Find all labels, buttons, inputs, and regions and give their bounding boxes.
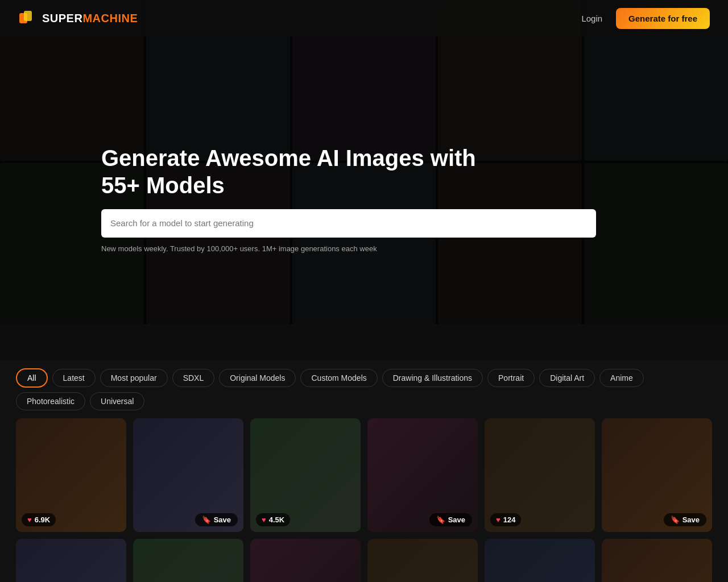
likes-count: 124: [503, 516, 516, 524]
card-likes-3: ♥ 4.5K: [256, 513, 290, 526]
likes-count: 4.5K: [269, 516, 284, 524]
card-inner-3: ♥ 4.5K: [250, 418, 361, 532]
card-bg-11: [485, 539, 595, 582]
card-save-btn-6[interactable]: 🔖 Save: [664, 513, 706, 526]
filter-btn-universal[interactable]: Universal: [90, 392, 144, 410]
likes-count: 6.9K: [35, 516, 50, 524]
model-card-3[interactable]: ♥ 4.5K: [250, 418, 361, 532]
card-inner-6: 🔖 Save: [602, 418, 712, 532]
heart-icon: ♥: [262, 516, 266, 524]
card-bg-7: [16, 539, 126, 582]
card-likes-5: ♥ 124: [490, 513, 521, 526]
card-inner-4: 🔖 Save: [367, 418, 478, 532]
header-actions: Login Generate for free: [581, 8, 710, 29]
header: SUPERMACHINE Login Generate for free: [0, 0, 728, 36]
bookmark-icon: 🔖: [202, 516, 211, 524]
models-section: ♥ 6.9K 🔖 Save: [0, 418, 728, 582]
logo-icon: [18, 9, 38, 28]
filter-btn-photorealistic[interactable]: Photorealistic: [16, 392, 85, 410]
bookmark-icon: 🔖: [671, 516, 680, 524]
filter-btn-portrait[interactable]: Portrait: [487, 369, 535, 387]
logo[interactable]: SUPERMACHINE: [18, 9, 138, 28]
card-bg-8: [133, 539, 243, 582]
bookmark-icon: 🔖: [436, 516, 445, 524]
filter-section: AllLatestMost popularSDXLOriginal Models…: [0, 360, 728, 418]
filter-btn-all[interactable]: All: [16, 368, 48, 388]
card-inner-12: 🔖 Save: [602, 539, 712, 582]
card-bg-9: [250, 539, 361, 582]
card-save-btn-2[interactable]: 🔖 Save: [195, 513, 238, 526]
card-inner-2: 🔖 Save: [133, 418, 243, 532]
filter-btn-custom-models[interactable]: Custom Models: [300, 369, 377, 387]
card-inner-11: 🔖 Save: [485, 539, 595, 582]
card-inner-10: 🔖 Save: [367, 539, 478, 582]
heart-icon: ♥: [27, 516, 32, 524]
filter-btn-digital-art[interactable]: Digital Art: [539, 369, 595, 387]
card-inner-5: ♥ 124: [485, 418, 595, 532]
filter-btn-anime[interactable]: Anime: [599, 369, 644, 387]
filter-btn-sdxl[interactable]: SDXL: [172, 369, 215, 387]
main-content: Generate Awesome AI Images with 55+ Mode…: [0, 0, 728, 582]
login-button[interactable]: Login: [581, 14, 602, 23]
save-label: Save: [682, 516, 700, 524]
card-inner-9: 🔖 Save: [250, 539, 361, 582]
model-card-4[interactable]: 🔖 Save: [367, 418, 478, 532]
model-card-10[interactable]: 🔖 Save: [367, 539, 478, 582]
filter-btn-drawing-illustrations[interactable]: Drawing & Illustrations: [382, 369, 483, 387]
model-card-1[interactable]: ♥ 6.9K: [16, 418, 126, 532]
filter-btn-original-models[interactable]: Original Models: [219, 369, 296, 387]
model-card-8[interactable]: 🔖 Save: [133, 539, 243, 582]
model-card-9[interactable]: 🔖 Save: [250, 539, 361, 582]
hero-subtitle: New models weekly. Trusted by 100,000+ u…: [101, 244, 728, 253]
model-card-6[interactable]: 🔖 Save: [602, 418, 712, 532]
logo-text: SUPERMACHINE: [42, 12, 138, 25]
hero-title: Generate Awesome AI Images with 55+ Mode…: [101, 144, 499, 199]
card-save-btn-4[interactable]: 🔖 Save: [429, 513, 472, 526]
filter-btn-latest[interactable]: Latest: [52, 369, 96, 387]
model-card-7[interactable]: ♥ 9K: [16, 539, 126, 582]
card-likes-1: ♥ 6.9K: [22, 513, 56, 526]
search-bar: [101, 209, 596, 238]
model-card-12[interactable]: 🔖 Save: [602, 539, 712, 582]
card-inner-8: 🔖 Save: [133, 539, 243, 582]
generate-button[interactable]: Generate for free: [616, 8, 710, 29]
save-label: Save: [448, 516, 465, 524]
filter-btn-most-popular[interactable]: Most popular: [100, 369, 168, 387]
hero-section: Generate Awesome AI Images with 55+ Mode…: [0, 36, 728, 360]
card-bg-10: [367, 539, 478, 582]
model-card-5[interactable]: ♥ 124: [485, 418, 595, 532]
card-bg-12: [602, 539, 712, 582]
models-grid: ♥ 6.9K 🔖 Save: [16, 418, 712, 582]
card-inner-7: ♥ 9K: [16, 539, 126, 582]
card-inner-1: ♥ 6.9K: [16, 418, 126, 532]
heart-icon: ♥: [496, 516, 500, 524]
svg-rect-1: [24, 11, 32, 21]
model-card-11[interactable]: 🔖 Save: [485, 539, 595, 582]
save-label: Save: [214, 516, 231, 524]
model-card-2[interactable]: 🔖 Save: [133, 418, 243, 532]
search-input[interactable]: [110, 218, 587, 228]
